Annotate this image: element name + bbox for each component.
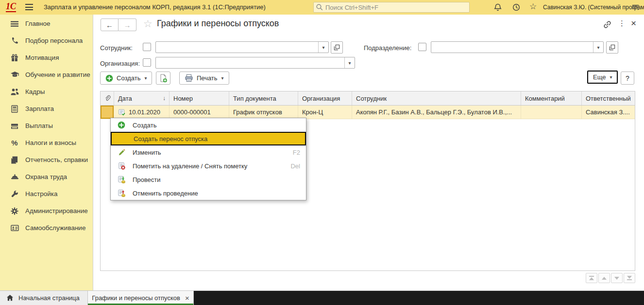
- attachment-column-header[interactable]: [101, 91, 114, 105]
- employee-filter-checkbox[interactable]: [143, 43, 151, 51]
- menu-item-unpost[interactable]: Отменить проведение: [111, 186, 306, 200]
- taskbar-empty-area: [194, 291, 644, 305]
- sidebar-item-recruiting[interactable]: Подбор персонала: [0, 32, 93, 49]
- forward-button[interactable]: →: [119, 18, 136, 31]
- employee-filter-input[interactable]: ▾: [155, 41, 329, 53]
- organization-filter-checkbox[interactable]: [143, 58, 151, 67]
- history-icon[interactable]: [512, 3, 521, 12]
- scroll-up-button[interactable]: [598, 273, 610, 283]
- sort-descending-icon: ↓: [163, 95, 166, 102]
- row-doctype-cell[interactable]: График отпусков: [229, 106, 298, 119]
- page-title: Графики и переносы отпусков: [157, 18, 279, 29]
- list-scroll-buttons: [586, 273, 635, 283]
- print-dropdown-icon: ▾: [221, 75, 224, 81]
- create-button[interactable]: Создать ▾: [100, 72, 152, 85]
- search-input[interactable]: [313, 2, 470, 13]
- gift-icon: [10, 54, 19, 62]
- column-header-employee[interactable]: Сотрудник: [352, 91, 521, 105]
- menu-lines-icon: [10, 19, 19, 28]
- row-comment-cell[interactable]: [521, 106, 582, 119]
- menu-item-create[interactable]: Создать: [111, 118, 306, 132]
- employee-dropdown-icon[interactable]: ▾: [318, 42, 328, 53]
- sidebar-item-labor-safety[interactable]: Охрана труда: [0, 168, 93, 185]
- service-menu-icon[interactable]: [631, 3, 640, 12]
- sidebar-item-reports[interactable]: Отчетность, справки: [0, 151, 93, 168]
- percent-icon: %: [10, 139, 19, 147]
- menu-item-mark-deletion[interactable]: Пометить на удаление / Снять пометку Del: [111, 159, 306, 173]
- sidebar-label: Мотивация: [25, 54, 59, 61]
- menu-item-post[interactable]: Провести: [111, 173, 306, 186]
- department-dropdown-icon[interactable]: ▾: [593, 42, 603, 53]
- sidebar-item-main[interactable]: Главное: [0, 15, 93, 32]
- row-date-cell[interactable]: 10.01.2020: [114, 106, 169, 119]
- graduation-cap-icon: [10, 71, 19, 79]
- column-header-number[interactable]: Номер: [169, 91, 229, 105]
- notifications-bell-icon[interactable]: [493, 3, 502, 12]
- close-form-icon[interactable]: ×: [631, 18, 636, 29]
- sidebar-label: Администрирование: [25, 207, 88, 215]
- column-header-responsible[interactable]: Ответственный: [582, 91, 635, 105]
- sidebar-item-self-service[interactable]: Самообслуживание: [0, 219, 93, 236]
- search-icon: [316, 3, 323, 11]
- row-selected-cell[interactable]: [101, 106, 114, 119]
- copy-button[interactable]: [156, 72, 170, 85]
- employee-open-button[interactable]: [331, 41, 343, 54]
- sidebar-item-administration[interactable]: Администрирование: [0, 202, 93, 219]
- scroll-down-button[interactable]: [611, 273, 623, 283]
- row-employee-cell[interactable]: Акопян Р.Г., Базин А.В., Бальцер Г.Э., Б…: [352, 106, 521, 119]
- favorites-star-icon[interactable]: ☆: [529, 1, 537, 12]
- organization-filter-input[interactable]: ▾: [155, 57, 355, 69]
- more-button[interactable]: Еще ▾: [587, 71, 618, 84]
- row-responsible-cell[interactable]: Савинская З....: [582, 106, 635, 119]
- sidebar-item-taxes[interactable]: % Налоги и взносы: [0, 134, 93, 151]
- column-header-date[interactable]: Дата ↓: [114, 91, 169, 105]
- table-row[interactable]: 10.01.2020 0000-000001 График отпусков К…: [101, 106, 635, 119]
- sidebar-label: Отчетность, справки: [25, 156, 88, 163]
- context-menu: Создать Создать перенос отпуска Изменить…: [110, 118, 306, 200]
- top-bar: 1С Зарплата и управление персоналом КОРП…: [0, 0, 644, 15]
- section-sidebar: Главное Подбор персонала Мотивация Обуче…: [0, 15, 93, 290]
- paperclip-icon: [104, 95, 111, 102]
- scroll-to-bottom-button[interactable]: [624, 273, 635, 283]
- tab-close-icon[interactable]: ×: [185, 294, 189, 302]
- sidebar-label: Подбор персонала: [25, 37, 83, 44]
- sidebar-item-payroll[interactable]: Зарплата: [0, 100, 93, 117]
- department-filter-input[interactable]: ▾: [431, 41, 604, 53]
- home-icon: [6, 294, 14, 302]
- main-menu-icon[interactable]: [25, 4, 33, 10]
- sidebar-item-hr[interactable]: Кадры: [0, 83, 93, 100]
- scroll-to-top-button[interactable]: [586, 273, 597, 283]
- sidebar-label: Налоги и взносы: [25, 139, 76, 146]
- department-open-button[interactable]: [606, 41, 618, 54]
- get-link-icon[interactable]: [603, 20, 612, 29]
- calculator-icon: [10, 105, 19, 113]
- row-number-cell[interactable]: 0000-000001: [169, 106, 229, 119]
- back-button[interactable]: ←: [101, 18, 119, 31]
- organization-dropdown-icon[interactable]: ▾: [344, 57, 355, 68]
- more-actions-icon[interactable]: ⋮: [618, 19, 626, 28]
- sidebar-item-payments[interactable]: Выплаты: [0, 117, 93, 134]
- column-header-doctype[interactable]: Тип документа: [229, 91, 298, 105]
- sidebar-item-motivation[interactable]: Мотивация: [0, 49, 93, 66]
- sidebar-label: Настройка: [25, 190, 57, 197]
- help-button[interactable]: ?: [621, 72, 634, 85]
- app-title: Зарплата и управление персоналом КОРП, р…: [44, 3, 266, 11]
- sidebar-label: Самообслуживание: [25, 224, 85, 232]
- sidebar-item-settings[interactable]: Настройка: [0, 185, 93, 202]
- tab-vacation-schedules[interactable]: Графики и переносы отпусков ×: [88, 291, 194, 305]
- pencil-icon: [117, 148, 126, 157]
- column-header-organization[interactable]: Организация: [298, 91, 352, 105]
- sidebar-label: Главное: [25, 20, 51, 27]
- current-user[interactable]: Савинская З.Ю. (Системный программист): [543, 4, 644, 11]
- menu-item-edit[interactable]: Изменить F2: [111, 145, 306, 159]
- sidebar-item-training[interactable]: Обучение и развитие: [0, 66, 93, 83]
- tab-home-page[interactable]: Начальная страница: [0, 291, 88, 305]
- print-button[interactable]: Печать ▾: [179, 72, 229, 85]
- column-header-comment[interactable]: Комментарий: [521, 91, 582, 105]
- row-organization-cell[interactable]: Крон-Ц: [298, 106, 352, 119]
- add-favorite-star-icon[interactable]: ☆: [143, 18, 153, 30]
- 1c-logo: 1С: [6, 2, 16, 12]
- department-filter-checkbox[interactable]: [418, 43, 426, 51]
- people-icon: [10, 88, 19, 96]
- menu-item-create-vacation-transfer[interactable]: Создать перенос отпуска: [111, 132, 306, 145]
